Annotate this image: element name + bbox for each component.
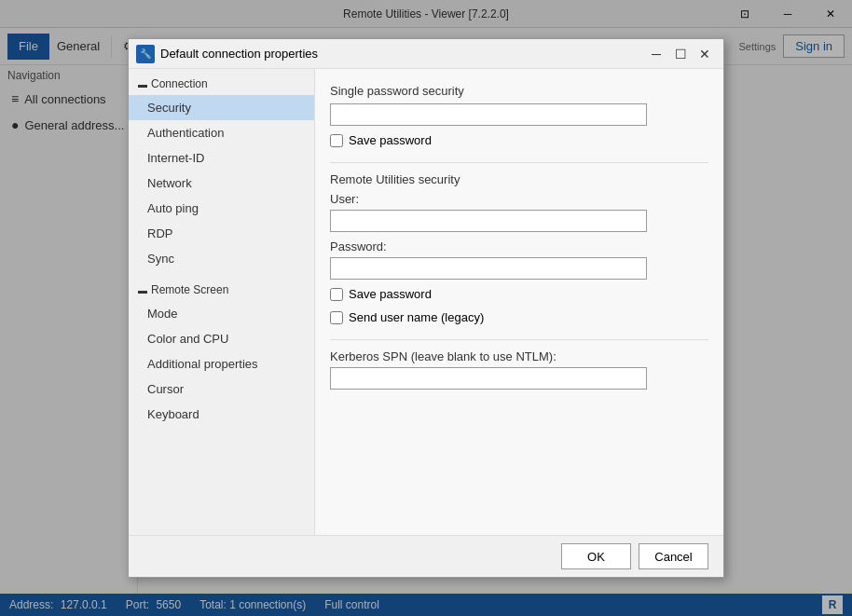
- connection-collapse-icon: ▬: [138, 79, 147, 89]
- modal-close-button[interactable]: ✕: [694, 43, 716, 65]
- modal-restore-button[interactable]: ☐: [669, 43, 692, 65]
- single-password-section: Single password security Save password: [330, 84, 708, 147]
- connection-group-header[interactable]: ▬ Connection: [129, 73, 314, 95]
- kerberos-label: Kerberos SPN (leave blank to use NTLM):: [330, 349, 708, 363]
- kerberos-spn-input[interactable]: [330, 367, 647, 390]
- save-password-checkbox-1[interactable]: [330, 134, 343, 147]
- ok-button[interactable]: OK: [561, 543, 631, 569]
- connection-group-label: Connection: [151, 77, 208, 90]
- save-password-row-2: Save password: [330, 287, 708, 301]
- network-nav-item[interactable]: Network: [129, 171, 314, 196]
- keyboard-nav-item[interactable]: Keyboard: [129, 402, 314, 427]
- single-password-input[interactable]: [330, 103, 647, 126]
- authentication-nav-item[interactable]: Authentication: [129, 120, 314, 145]
- modal-content-panel: Single password security Save password R…: [315, 69, 723, 535]
- cursor-nav-item[interactable]: Cursor: [129, 376, 314, 402]
- auto-ping-nav-item[interactable]: Auto ping: [129, 196, 314, 221]
- internet-id-nav-item[interactable]: Internet-ID: [129, 145, 314, 171]
- modal-icon: 🔧: [136, 45, 155, 63]
- save-password-row-1: Save password: [330, 133, 708, 147]
- send-username-label: Send user name (legacy): [349, 310, 484, 324]
- modal-controls: ─ ☐ ✕: [645, 43, 716, 65]
- app-window: Remote Utilities - Viewer [7.2.2.0] ⊡ ─ …: [0, 0, 852, 616]
- modal-sidebar: ▬ Connection Security Authentication Int…: [129, 69, 315, 535]
- remote-screen-collapse-icon: ▬: [138, 285, 147, 295]
- section-separator-2: [330, 339, 708, 340]
- section-separator-1: [330, 162, 708, 163]
- sync-nav-item[interactable]: Sync: [129, 246, 314, 271]
- send-username-row: Send user name (legacy): [330, 310, 708, 324]
- remote-utilities-section: Remote Utilities security User: Password…: [330, 172, 708, 324]
- remote-utilities-title: Remote Utilities security: [330, 172, 708, 186]
- modal-title: Default connection properties: [160, 47, 645, 61]
- security-nav-item[interactable]: Security: [129, 95, 314, 120]
- kerberos-section: Kerberos SPN (leave blank to use NTLM):: [330, 349, 708, 390]
- send-username-checkbox[interactable]: [330, 311, 343, 324]
- modal-minimize-button[interactable]: ─: [645, 43, 667, 65]
- remote-screen-group-header[interactable]: ▬ Remote Screen: [129, 279, 314, 301]
- rdp-nav-item[interactable]: RDP: [129, 221, 314, 246]
- additional-properties-nav-item[interactable]: Additional properties: [129, 351, 314, 376]
- modal-body: ▬ Connection Security Authentication Int…: [129, 69, 723, 535]
- save-password-label-2: Save password: [349, 287, 432, 301]
- user-label: User:: [330, 192, 708, 206]
- mode-nav-item[interactable]: Mode: [129, 301, 314, 326]
- modal-overlay: 🔧 Default connection properties ─ ☐ ✕ ▬: [0, 0, 852, 616]
- single-password-title: Single password security: [330, 84, 708, 98]
- remote-screen-group: ▬ Remote Screen Mode Color and CPU Addit…: [129, 275, 314, 431]
- modal-footer: OK Cancel: [129, 535, 723, 577]
- password-label: Password:: [330, 240, 708, 253]
- remote-screen-group-label: Remote Screen: [151, 283, 228, 296]
- connection-group: ▬ Connection Security Authentication Int…: [129, 69, 314, 275]
- modal-titlebar: 🔧 Default connection properties ─ ☐ ✕: [129, 39, 723, 69]
- color-cpu-nav-item[interactable]: Color and CPU: [129, 326, 314, 351]
- ru-password-input[interactable]: [330, 257, 647, 280]
- save-password-checkbox-2[interactable]: [330, 288, 343, 301]
- cancel-button[interactable]: Cancel: [639, 543, 708, 569]
- modal-dialog: 🔧 Default connection properties ─ ☐ ✕ ▬: [128, 38, 724, 578]
- user-input[interactable]: [330, 210, 647, 232]
- save-password-label-1: Save password: [349, 133, 432, 147]
